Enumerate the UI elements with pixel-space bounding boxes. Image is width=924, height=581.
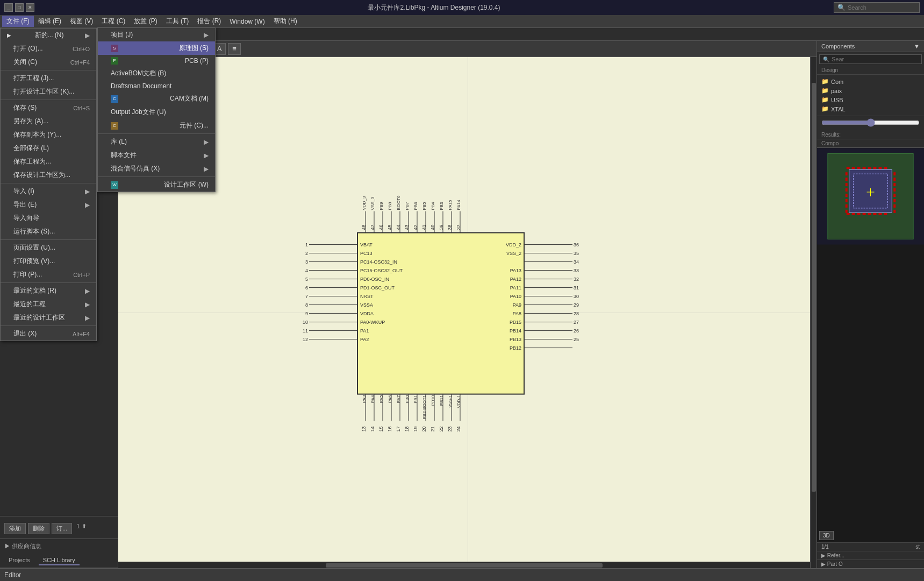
svg-text:PB5: PB5 xyxy=(422,202,427,210)
tree-item-usb[interactable]: 📁 USB xyxy=(819,95,922,104)
menu-close[interactable]: 关闭 (C) Ctrl+F4 xyxy=(1,55,96,69)
submenu-simulation[interactable]: 混合信号仿真 (X) ▶ xyxy=(98,162,215,175)
submenu-cam[interactable]: C CAM文档 (M) xyxy=(98,92,215,105)
win-restore[interactable]: □ xyxy=(15,3,24,12)
svg-rect-150 xyxy=(852,167,855,169)
svg-text:VDDA: VDDA xyxy=(360,311,374,316)
svg-text:28: 28 xyxy=(574,311,579,316)
menu-saveall[interactable]: 全部保存 (L) xyxy=(1,141,96,155)
svg-text:PB15: PB15 xyxy=(509,320,521,325)
menu-import[interactable]: 导入 (I) ▶ xyxy=(1,185,96,198)
svg-text:PC15-OSC32_OUT: PC15-OSC32_OUT xyxy=(360,268,403,273)
menu-help[interactable]: 帮助 (H) xyxy=(269,16,302,27)
svg-text:PB10: PB10 xyxy=(431,395,435,406)
svg-text:VSS_3: VSS_3 xyxy=(370,196,375,210)
menu-report[interactable]: 报告 (R) xyxy=(193,16,225,27)
submenu-activebom[interactable]: ActiveBOM文档 (B) xyxy=(98,67,215,80)
right-search-input[interactable] xyxy=(832,56,918,62)
file-dropdown: ▶新的... (N) ▶ 项目 (J) ▶ S 原理图 (S) P PCB (P… xyxy=(0,28,97,341)
menu-recent-docs[interactable]: 最近的文档 (R) ▶ xyxy=(1,284,96,297)
menu-open-workspace[interactable]: 打开设计工作区 (K)... xyxy=(1,85,96,98)
tree-item-com[interactable]: 📁 Com xyxy=(819,77,922,86)
svg-text:14: 14 xyxy=(370,427,375,432)
svg-text:1: 1 xyxy=(305,242,307,247)
menu-print[interactable]: 打印 (P)... Ctrl+P xyxy=(1,268,96,281)
menu-print-preview[interactable]: 打印预览 (V)... xyxy=(1,254,96,268)
folder-icon-2: 📁 xyxy=(821,87,829,94)
submenu-project[interactable]: 项目 (J) ▶ xyxy=(98,28,215,41)
menu-view[interactable]: 视图 (V) xyxy=(66,16,97,27)
svg-text:PA11: PA11 xyxy=(510,285,521,290)
menu-import-wizard[interactable]: 导入向导 xyxy=(1,211,96,225)
svg-text:35: 35 xyxy=(574,251,579,256)
title-search-input[interactable] xyxy=(848,4,912,11)
components-title: Components xyxy=(821,43,855,49)
delete-button[interactable]: 删除 xyxy=(28,523,49,534)
add-button[interactable]: 添加 xyxy=(4,523,26,534)
svg-text:11: 11 xyxy=(302,328,307,334)
svg-text:PA8: PA8 xyxy=(512,311,521,316)
tree-item-paix[interactable]: 📁 paix xyxy=(819,86,922,95)
menu-saveproject[interactable]: 保存工程为... xyxy=(1,155,96,168)
svg-rect-180 xyxy=(893,210,896,213)
menu-edit[interactable]: 编辑 (E) xyxy=(34,16,66,27)
menu-run-script[interactable]: 运行脚本 (S)... xyxy=(1,225,96,238)
win-minimize[interactable]: _ xyxy=(4,3,13,12)
menu-open-project[interactable]: 打开工程 (J)... xyxy=(1,72,96,85)
menu-recent-projects[interactable]: 最近的工程 ▶ xyxy=(1,297,96,311)
part-toggle[interactable]: ▶ Part O xyxy=(821,561,843,567)
menu-place[interactable]: 放置 (P) xyxy=(130,16,161,27)
menu-file[interactable]: 文件 (F) xyxy=(2,16,34,27)
menu-exit[interactable]: 退出 (X) Alt+F4 xyxy=(1,327,96,341)
filter-icon[interactable]: ▼ xyxy=(914,43,920,49)
scrollbar-horizontal[interactable] xyxy=(118,562,810,568)
tree-item-xtal[interactable]: 📁 XTAL xyxy=(819,104,922,114)
order-button[interactable]: 订... xyxy=(52,523,72,534)
menu-tools[interactable]: 工具 (T) xyxy=(162,16,194,27)
svg-rect-171 xyxy=(846,204,848,208)
submenu-pcb[interactable]: P PCB (P) xyxy=(98,55,215,67)
cam-icon: C xyxy=(111,95,118,103)
menu-page-setup[interactable]: 页面设置 (U)... xyxy=(1,241,96,254)
submenu-component[interactable]: C 元件 (C)... xyxy=(98,119,215,132)
svg-text:10: 10 xyxy=(302,320,307,325)
submenu-new: 项目 (J) ▶ S 原理图 (S) P PCB (P) ActiveBOM文档… xyxy=(97,27,216,192)
window-controls: _ □ ✕ xyxy=(4,3,34,12)
submenu-outputjob[interactable]: Output Job文件 (U) xyxy=(98,105,215,119)
scrollbar-vertical[interactable] xyxy=(810,57,816,568)
references-toggle[interactable]: ▶ Refer... xyxy=(821,552,844,558)
svg-text:PB14: PB14 xyxy=(509,328,521,334)
menu-new[interactable]: ▶新的... (N) ▶ 项目 (J) ▶ S 原理图 (S) P PCB (P… xyxy=(1,29,96,42)
svg-text:NRST: NRST xyxy=(360,294,374,299)
svg-rect-168 xyxy=(846,188,848,192)
menu-savecopy[interactable]: 保存副本为 (Y)... xyxy=(1,128,96,141)
menu-export[interactable]: 导出 (E) ▶ xyxy=(1,198,96,211)
svg-rect-175 xyxy=(893,183,896,186)
tab-projects[interactable]: Projects xyxy=(4,556,34,565)
win-close[interactable]: ✕ xyxy=(26,3,34,12)
tool-lines[interactable]: ≡ xyxy=(228,43,241,55)
menu-open[interactable]: 打开 (O)... Ctrl+O xyxy=(1,42,96,55)
submenu-draftsman[interactable]: Draftsman Document xyxy=(98,80,215,92)
submenu-library[interactable]: 库 (L) ▶ xyxy=(98,135,215,148)
tab-sch-library[interactable]: SCH Library xyxy=(39,556,80,565)
svg-rect-0 xyxy=(357,233,524,394)
submenu-workspace[interactable]: W 设计工作区 (W) xyxy=(98,178,215,192)
menu-project[interactable]: 工程 (C) xyxy=(97,16,130,27)
svg-text:PB11: PB11 xyxy=(439,395,444,406)
svg-text:27: 27 xyxy=(574,320,579,325)
menu-recent-workspaces[interactable]: 最近的设计工作区 ▶ xyxy=(1,311,96,324)
3d-button[interactable]: 3D xyxy=(819,531,834,540)
submenu-script[interactable]: 脚本文件 ▶ xyxy=(98,148,215,162)
submenu-schematic[interactable]: S 原理图 (S) xyxy=(98,41,215,55)
svg-text:PB8: PB8 xyxy=(388,202,392,210)
menu-window[interactable]: Window (W) xyxy=(225,17,269,26)
zoom-slider[interactable] xyxy=(821,118,920,127)
menu-saveas[interactable]: 另存为 (A)... xyxy=(1,115,96,128)
menu-saveworkspace[interactable]: 保存设计工作区为... xyxy=(1,168,96,182)
right-search-box: 🔍 xyxy=(819,54,922,64)
menu-save[interactable]: 保存 (S) Ctrl+S xyxy=(1,101,96,115)
compo-label: Compo xyxy=(817,139,924,147)
svg-text:PB3: PB3 xyxy=(439,202,444,210)
page-number: 1/1 xyxy=(821,544,829,550)
